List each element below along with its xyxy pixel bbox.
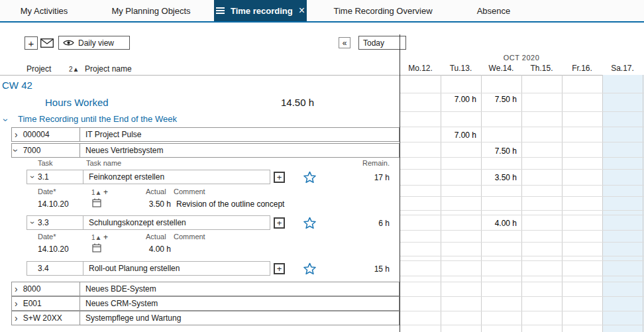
calendar-icon[interactable] xyxy=(92,243,101,255)
project-name: Neues BDE-System xyxy=(80,284,156,294)
grid-vline xyxy=(562,75,563,332)
entry-date-field[interactable]: 14.10.20 xyxy=(38,199,69,209)
grid-hline xyxy=(400,256,644,256)
chevron-down-icon[interactable]: › xyxy=(1,119,11,122)
add-booking-button[interactable]: + xyxy=(25,36,38,50)
close-icon[interactable]: × xyxy=(299,5,305,16)
favorite-star-icon[interactable] xyxy=(303,171,316,184)
grid-cell xyxy=(521,146,562,156)
grid-hline xyxy=(400,111,644,112)
project-row[interactable]: › 000004 IT Project Pulse xyxy=(11,127,400,142)
mail-button[interactable] xyxy=(40,38,54,50)
chevron-down-icon[interactable]: › xyxy=(28,221,36,224)
entry-sort-indicator[interactable]: 1▲ xyxy=(91,189,101,196)
day-header[interactable]: Mo.12. xyxy=(400,64,441,73)
favorite-star-icon[interactable] xyxy=(303,217,316,229)
grid-cell xyxy=(521,131,562,140)
pane-divider[interactable] xyxy=(400,34,400,332)
task-row: › 3.1 Feinkonzept erstellen + xyxy=(27,170,316,184)
remain-col-header: Remain. xyxy=(319,159,390,167)
grid-hline xyxy=(400,311,644,311)
previous-button[interactable]: « xyxy=(339,37,350,48)
project-row[interactable]: › S+W 20XX Systempflege und Wartung xyxy=(11,311,400,325)
task-remaining: 6 h xyxy=(319,219,390,228)
menu-icon[interactable] xyxy=(216,7,225,14)
day-header[interactable]: Tu.13. xyxy=(441,64,481,73)
add-entry-row-icon[interactable]: + xyxy=(103,233,108,242)
grid-hline xyxy=(400,127,644,127)
chevron-down-icon[interactable]: › xyxy=(28,176,36,178)
section-label: Time Recording until the End of the Week xyxy=(18,114,177,124)
grid-task-row: 3.50 h xyxy=(400,173,643,182)
entry-date-field[interactable]: 14.10.20 xyxy=(38,245,69,254)
section-collapse-control[interactable]: › xyxy=(5,114,8,126)
grid-hline xyxy=(400,215,644,215)
grid-cell xyxy=(602,173,643,182)
actual-col-header: Actual xyxy=(146,233,166,241)
grid-cell xyxy=(562,146,602,156)
chevron-right-icon[interactable]: › xyxy=(15,284,18,294)
tab-time-recording-overview[interactable]: Time Recording Overview xyxy=(307,0,459,21)
task-name: Schulungskonzept erstellen xyxy=(83,215,270,230)
project-row[interactable]: › E001 Neues CRM-System xyxy=(11,296,400,311)
chevron-right-icon[interactable]: › xyxy=(15,299,18,308)
day-header[interactable]: Sa.17. xyxy=(602,64,643,73)
tab-absence[interactable]: Absence xyxy=(459,0,528,21)
tab-my-activities[interactable]: My Activities xyxy=(0,0,88,21)
day-header[interactable]: We.14. xyxy=(481,64,521,73)
project-name: Neues Vertriebsystem xyxy=(80,146,163,155)
favorite-star-icon[interactable] xyxy=(303,262,316,275)
entry-actual-field[interactable]: 3.50 h xyxy=(130,199,171,209)
sort-indicator[interactable]: 2▲ xyxy=(69,66,79,73)
tab-bar: My Activities My Planning Objects Time r… xyxy=(0,0,644,21)
task-row: › 3.4 Roll-out Planung erstellen + xyxy=(27,261,316,276)
tab-underline xyxy=(0,21,644,23)
column-header-project[interactable]: Project xyxy=(27,64,51,74)
project-id-cell: › 000004 xyxy=(12,128,80,141)
task-remaining: 17 h xyxy=(319,173,390,182)
column-header-project-name[interactable]: Project name xyxy=(85,64,132,74)
project-name: Systempflege und Wartung xyxy=(80,313,181,323)
entry-sort-indicator[interactable]: 1▲ xyxy=(91,234,101,241)
tab-my-planning-objects[interactable]: My Planning Objects xyxy=(88,0,214,21)
add-entry-button[interactable]: + xyxy=(274,172,285,183)
tab-label: Time recording xyxy=(231,6,293,16)
task-name: Roll-out Planung erstellen xyxy=(83,261,270,276)
tab-time-recording[interactable]: Time recording × xyxy=(214,0,307,21)
grid-hline xyxy=(400,242,644,243)
grid-cell: 7.00 h xyxy=(441,95,481,104)
chevron-right-icon[interactable]: › xyxy=(15,313,18,323)
add-entry-button[interactable]: + xyxy=(274,263,285,274)
view-mode-select[interactable]: Daily view xyxy=(58,36,130,50)
time-recording-app: My Activities My Planning Objects Time r… xyxy=(0,0,644,332)
chevron-down-icon[interactable]: › xyxy=(11,149,21,152)
grid-cell: 7.50 h xyxy=(481,95,521,104)
project-id-cell: › 8000 xyxy=(12,282,80,296)
comment-col-header: Comment xyxy=(174,188,205,195)
week-label[interactable]: CW 42 xyxy=(2,80,32,91)
grid-cell xyxy=(400,173,441,182)
grid-cell xyxy=(400,219,441,228)
add-entry-row-icon[interactable]: + xyxy=(103,188,108,197)
task-id-cell: › 3.4 xyxy=(27,261,83,276)
grid-hline xyxy=(400,325,644,325)
calendar-icon[interactable] xyxy=(92,198,101,210)
project-row[interactable]: › 8000 Neues BDE-System xyxy=(11,282,400,296)
grid-cell xyxy=(441,146,481,156)
grid-hline xyxy=(400,93,644,93)
add-entry-button[interactable]: + xyxy=(274,217,285,229)
project-row[interactable]: › 7000 Neues Vertriebsystem xyxy=(11,143,400,158)
entry-comment-field[interactable]: Revision of the outline concept xyxy=(176,199,284,209)
day-header[interactable]: Fr.16. xyxy=(562,64,602,73)
grid-project-row: 7.50 h xyxy=(400,146,643,156)
chevron-right-icon[interactable]: › xyxy=(15,130,18,139)
project-id: S+W 20XX xyxy=(23,313,62,323)
project-id: E001 xyxy=(23,299,42,308)
project-name: IT Project Pulse xyxy=(80,130,141,139)
project-id: 000004 xyxy=(23,130,50,139)
task-remaining: 15 h xyxy=(319,264,390,274)
grid-hline xyxy=(400,185,644,186)
task-id-cell: › 3.3 xyxy=(27,215,83,230)
entry-actual-field[interactable]: 4.00 h xyxy=(130,245,171,254)
day-header[interactable]: Th.15. xyxy=(521,64,562,73)
